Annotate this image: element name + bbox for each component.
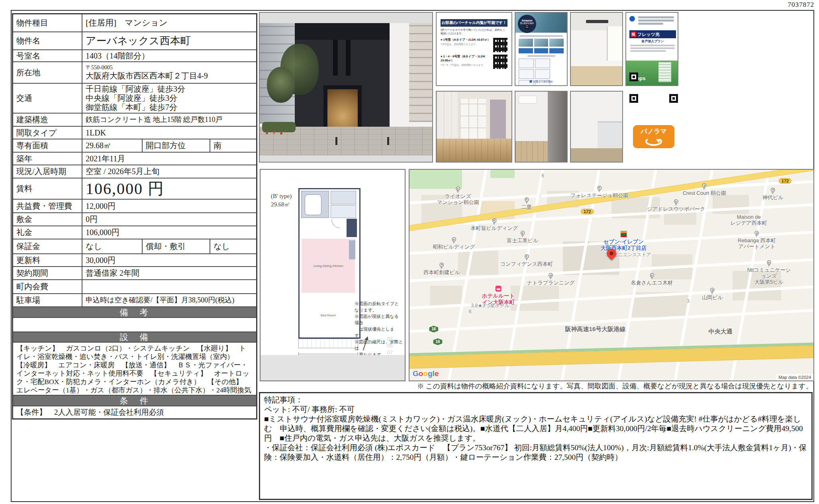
cell-label: 保証金 — [13, 239, 82, 253]
cell-value: なし — [82, 239, 143, 253]
amazon-delivery-flyer: Amazon 置き配対応物件 大阪ガス都市開発 — [515, 12, 568, 86]
map-pin-icon — [771, 188, 775, 192]
cell-value: 1LDK — [82, 127, 256, 139]
shaft — [347, 219, 357, 237]
cell-label: 賃料 — [13, 178, 82, 199]
map-label-poi: 西本町創建ビル — [423, 263, 460, 275]
map-pin-icon — [597, 186, 602, 190]
map-label-poi: 山岡ビル — [702, 288, 723, 300]
cell-value — [82, 280, 256, 293]
unit-numbers: 030507 — [377, 335, 393, 356]
map-label-poi: 二豊 — [521, 197, 532, 210]
cell-value: 30,000円 — [82, 254, 256, 266]
hallway-photo — [436, 91, 512, 163]
flyer-items: ● 1号室（Aタイプ・2LDK 43.67㎡）※8号室は、反転間取となります。●… — [437, 38, 511, 69]
table-row: 【キッチン】 ガスコンロ（2口）・システムキッチン 【水廻り】 トイレ・浴室乾燥… — [13, 343, 256, 396]
map-pin-icon — [710, 288, 715, 292]
flyer-text-placeholder — [630, 45, 675, 53]
air-conditioner — [519, 96, 537, 104]
property-listing-sheet: 7037872 物件種目[住居用] マンション物件名アーバネックス西本町号室名1… — [0, 0, 819, 504]
map-pin-icon — [520, 231, 525, 235]
cell-value: アーバネックス西本町 — [82, 32, 256, 49]
map-pin-icon — [549, 273, 553, 277]
cell-label: 築年 — [13, 153, 82, 165]
bathroom — [301, 191, 329, 218]
section-band: 設 備 — [13, 332, 256, 343]
qr-code — [493, 55, 507, 69]
floorplan-panel: (B' type) 29.68㎡ Living Dining Kitchen B… — [260, 169, 406, 381]
window — [607, 26, 622, 61]
map-label-badge: 172 — [581, 209, 594, 214]
document-number: 7037872 — [788, 1, 815, 9]
building-entrance-photo — [259, 12, 433, 163]
map-label-poi: フォレステージュ靱公園 — [570, 186, 628, 198]
virtual-tour-flyer: お部屋のバーチャル内覧が可能です！ QRコードをスマホ等で開いていただければ、資… — [436, 12, 512, 86]
cell-label: 号室名 — [13, 50, 82, 61]
map-pin-icon — [452, 237, 456, 241]
special-remarks-box: 特記事項：ペット: 不可/ 事務所: 不可■ミストサウナ付浴室暖房乾燥機(ミスト… — [259, 392, 813, 500]
map-label-poi: 昭和ビルディング — [433, 237, 475, 250]
table-row: 建築構造鉄筋コンクリート造 地上15階 総戸数110戸 — [13, 114, 256, 127]
flyer-feature-boxes — [519, 48, 564, 53]
map-label-poi: ジアドレスウツボパーク — [647, 199, 705, 212]
cell-label: 契約期間 — [13, 267, 82, 279]
flyer-footer-logo: 大阪ガス都市開発 — [515, 80, 567, 84]
kitchen-photo — [570, 91, 623, 163]
cell-value: 106,000円 — [82, 226, 256, 239]
table-row: 物件名アーバネックス西本町 — [13, 32, 256, 50]
cell-label: 礼金 — [13, 226, 82, 239]
table-row: 号室名1403（14階部分） — [13, 50, 256, 62]
map-label-road: 阪神高速16号大阪港線 — [565, 326, 626, 333]
map-label-poi: Rebanga 西本町 アパートメント — [738, 231, 776, 249]
table-row: 専有面積29.68㎡開口部方位南 — [13, 139, 256, 153]
map-label-poi: ナトラプランニング — [527, 273, 575, 286]
remarks-line: ・保証会社：保証会社利用必須 (株)エポスカード 【プラン753or767】 初… — [264, 443, 807, 462]
map-label-num: 6 — [541, 173, 544, 178]
cell-label: 共益費・管理費 — [13, 200, 82, 212]
map-label-poi: 神代ビル — [762, 188, 784, 200]
room-note: ※3・5・7号室は、反転間取となります。 — [441, 63, 492, 67]
bedroom-photo — [515, 91, 568, 163]
cell-value: 106,000 円 — [82, 178, 256, 199]
table-row: 築年2021年11月 — [13, 153, 256, 165]
kitchen-counter — [349, 240, 355, 259]
table-row: 現況/入居時期空室 / 2026年5月上旬 — [13, 165, 256, 178]
floorplan-note-line: ※図面の反転タイプとなります。 — [355, 300, 403, 313]
remarks-line: 特記事項： — [264, 395, 807, 405]
map-pin-icon — [755, 231, 759, 235]
remarks-line: ペット: 不可/ 事務所: 不可 — [264, 405, 807, 414]
floorplan-note-line: ※図面が現状と異なる場合 — [355, 313, 403, 326]
table-row: 交通千日前線「阿波座」徒歩3分中央線「阿波座」徒歩3分御堂筋線「本町」徒歩7分 — [13, 84, 256, 114]
table-row: 敷金0円 — [13, 213, 256, 226]
balcony-tower — [409, 23, 432, 122]
map-pin-icon — [650, 273, 654, 277]
door-swing — [331, 220, 340, 228]
balcony — [298, 339, 358, 348]
flyer-room-item: ● 2・4・6号室（Bタイプ・1LDK 29.68㎡）※3・5・7号室は、反転間… — [441, 55, 507, 69]
map-pin-icon — [525, 254, 529, 259]
google-logo: Google — [413, 369, 439, 378]
map-pin-icon — [674, 199, 678, 204]
map-attribution: Map data ©2024 — [776, 374, 814, 380]
panorama-qr-block: パノラマ — [628, 92, 680, 151]
map-label-poi: Nttコミュニケーションズ 大阪第5ビル — [747, 260, 792, 285]
cell-label: 更新料 — [13, 254, 82, 266]
map-label-poi: 名倉さんエコ木材 — [631, 273, 673, 286]
map-pin-icon — [702, 183, 707, 188]
cell-value: 南 — [210, 139, 256, 152]
cell-label: 間取タイプ — [13, 127, 82, 139]
cell-value: 申込時は空き確認要/【平面】月38,500円(税込) — [82, 294, 256, 306]
glass-door — [460, 99, 486, 140]
cell-label: 町内会費 — [13, 280, 82, 293]
table-row: 【条件】 2人入居可能・保証会社利用必須 — [13, 406, 256, 418]
cell-label: 物件名 — [13, 32, 82, 49]
cell-value: 29.68㎡ — [82, 139, 143, 152]
table-row: 物件種目[住居用] マンション — [13, 14, 256, 32]
flyer-room-item: ● 1号室（Aタイプ・2LDK 43.67㎡）※8号室は、反転間取となります。 — [441, 38, 507, 52]
map-label-seven: セブン-イレブン 大阪西本町2丁目店 — [601, 231, 647, 251]
map-pin-icon — [456, 186, 460, 191]
map-label-badge: 172 — [779, 178, 792, 184]
property-table: 物件種目[住居用] マンション物件名アーバネックス西本町号室名1403（14階部… — [12, 13, 257, 420]
flyer-title: お部屋のバーチャル内覧が可能です！ — [441, 19, 507, 27]
map-label-num: 6 — [469, 309, 472, 314]
